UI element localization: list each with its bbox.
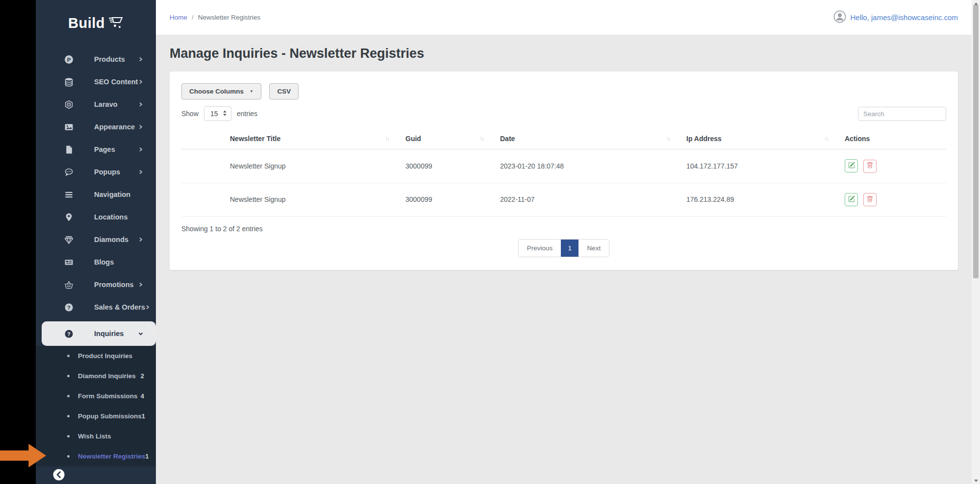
sort-icon[interactable]: ↑↓: [666, 135, 670, 142]
bullet-icon: [67, 435, 70, 437]
edit-button[interactable]: [845, 159, 858, 172]
sidebar-item-sales-orders[interactable]: ? Sales & Orders: [36, 296, 156, 318]
submenu-item-label: Product Inquiries: [78, 352, 132, 360]
sidebar-item-diamonds[interactable]: Diamonds: [36, 228, 156, 251]
app-logo-text: Build: [68, 15, 105, 31]
diamonds-icon: [64, 235, 74, 244]
sidebar: Build P Products SEO Content Laravo Appe…: [36, 0, 156, 484]
sidebar-item-label: Popups: [94, 168, 120, 176]
submenu-item-form-submissions[interactable]: Form Submissions 4: [36, 386, 156, 406]
choose-columns-button[interactable]: Choose Columns▼: [181, 83, 261, 99]
table-row: Newsletter Signup 3000099 2022-11-07 176…: [181, 183, 946, 217]
column-label: Guid: [405, 135, 421, 143]
scrollbar[interactable]: [972, 0, 980, 484]
submenu-item-label: Diamond Inquiries: [78, 372, 136, 380]
user-greeting-link[interactable]: Hello, james@ishowcaseinc.com: [851, 13, 958, 22]
sidebar-item-appearance[interactable]: Appearance: [36, 116, 156, 138]
sidebar-item-label: Locations: [94, 213, 127, 221]
search-input[interactable]: [858, 107, 946, 121]
table-row: Newsletter Signup 3000099 2023-01-20 18:…: [181, 149, 946, 183]
status-column-header: [181, 130, 230, 149]
chevron-down-icon: [138, 331, 143, 336]
table-header-row: Newsletter Title↑↓ Guid↑↓ Date↑↓ Ip Addr…: [181, 130, 946, 149]
laravo-icon: [64, 100, 74, 109]
products-icon: P: [64, 55, 74, 64]
chevron-right-icon: [138, 79, 143, 84]
seo-content-icon: [64, 77, 74, 87]
sidebar-item-pages[interactable]: Pages: [36, 138, 156, 161]
scrollbar-thumb[interactable]: [973, 5, 979, 278]
edit-pencil-icon: [848, 162, 855, 170]
actions-cell: [845, 183, 946, 217]
delete-button[interactable]: [863, 160, 877, 173]
user-menu[interactable]: Hello, james@ishowcaseinc.com: [833, 10, 958, 25]
sidebar-item-inquiries[interactable]: ? Inquiries: [42, 321, 156, 346]
column-header-guid[interactable]: Guid↑↓: [405, 130, 500, 149]
sidebar-item-locations[interactable]: Locations: [36, 206, 156, 228]
guid-cell: 3000099: [405, 183, 500, 217]
column-header-ip-address[interactable]: Ip Address↑↓: [686, 130, 845, 149]
submenu-item-newsletter-registries[interactable]: Newsletter Registries 1: [36, 446, 156, 466]
locations-icon: [64, 213, 74, 222]
sidebar-item-label: Promotions: [94, 281, 134, 289]
app-logo[interactable]: Build: [36, 0, 156, 41]
appearance-icon: [64, 122, 74, 132]
sort-icon[interactable]: ↑↓: [479, 135, 483, 142]
sales-orders-icon: ?: [64, 303, 74, 312]
pagination-previous-button[interactable]: Previous: [519, 240, 561, 257]
date-cell: 2023-01-20 18:07:48: [500, 149, 686, 183]
submenu-item-product-inquiries[interactable]: Product Inquiries: [36, 346, 156, 366]
sort-icon[interactable]: ↑↓: [824, 135, 828, 142]
submenu-item-label: Form Submissions: [78, 392, 138, 400]
column-header-date[interactable]: Date↑↓: [500, 130, 686, 149]
sidebar-item-laravo[interactable]: Laravo: [36, 93, 156, 116]
sidebar-item-label: Navigation: [94, 191, 130, 198]
page-size-select[interactable]: 15: [204, 106, 231, 121]
entries-label: entries: [237, 110, 257, 118]
submenu-item-wish-lists[interactable]: Wish Lists: [36, 426, 156, 446]
breadcrumb-home-link[interactable]: Home: [170, 14, 187, 21]
sidebar-item-blogs[interactable]: Blogs: [36, 251, 156, 273]
spinner-icon: [223, 110, 227, 118]
chevron-right-icon: [138, 147, 143, 152]
show-label: Show: [181, 110, 199, 118]
sidebar-collapse-button[interactable]: [52, 468, 65, 481]
submenu-item-popup-submissions[interactable]: Popup Submissions 1: [36, 406, 156, 426]
bullet-icon: [67, 375, 70, 377]
sidebar-item-seo-content[interactable]: SEO Content: [36, 71, 156, 93]
bullet-icon: [67, 415, 70, 417]
breadcrumb: Home / Newsletter Registries: [170, 14, 260, 21]
popups-icon: [64, 168, 74, 177]
breadcrumb-separator: /: [192, 14, 194, 21]
promotions-icon: [64, 280, 74, 290]
submenu-item-diamond-inquiries[interactable]: Diamond Inquiries 2: [36, 366, 156, 386]
chevron-right-icon: [145, 305, 150, 310]
registries-table: Newsletter Title↑↓ Guid↑↓ Date↑↓ Ip Addr…: [181, 130, 946, 217]
csv-export-button[interactable]: CSV: [269, 83, 299, 99]
column-label: Actions: [845, 135, 870, 143]
sort-icon[interactable]: ↑↓: [385, 135, 389, 142]
scrollbar-down-arrow[interactable]: [972, 477, 980, 484]
chevron-right-icon: [138, 282, 143, 287]
topbar: Home / Newsletter Registries Hello, jame…: [156, 0, 972, 35]
delete-button[interactable]: [863, 193, 877, 206]
edit-button[interactable]: [845, 193, 858, 206]
csv-label: CSV: [277, 88, 291, 95]
sidebar-item-promotions[interactable]: Promotions: [36, 273, 156, 296]
sidebar-item-navigation[interactable]: Navigation: [36, 183, 156, 206]
submenu-item-label: Newsletter Registries: [78, 453, 145, 460]
sidebar-item-popups[interactable]: Popups: [36, 161, 156, 183]
svg-text:P: P: [67, 56, 71, 62]
chevron-right-icon: [138, 169, 143, 174]
table-toolbar: Choose Columns▼ CSV: [181, 83, 946, 99]
column-label: Ip Address: [686, 135, 722, 143]
svg-text:?: ?: [67, 304, 71, 310]
pagination-current-page[interactable]: 1: [561, 240, 578, 257]
pagination: Previous 1 Next: [518, 239, 609, 257]
edit-pencil-icon: [848, 195, 855, 204]
sidebar-item-products[interactable]: P Products: [36, 48, 156, 71]
sidebar-item-label: Laravo: [94, 100, 118, 108]
column-header-newsletter-title[interactable]: Newsletter Title↑↓: [230, 130, 405, 149]
pagination-next-button[interactable]: Next: [578, 240, 609, 257]
caret-down-icon: ▼: [250, 89, 253, 94]
